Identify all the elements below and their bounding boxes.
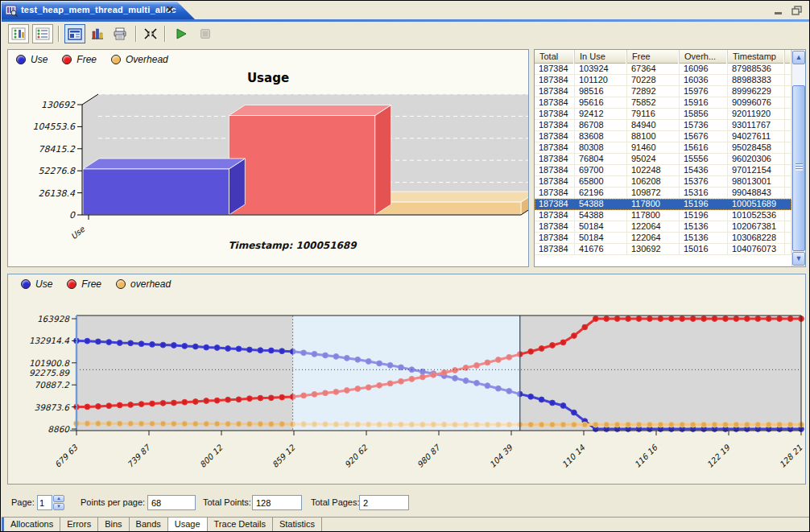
column-header[interactable]: In Use bbox=[575, 50, 627, 64]
column-header[interactable]: Timestamp bbox=[728, 50, 785, 64]
svg-text:110 14: 110 14 bbox=[560, 443, 587, 469]
line-chart[interactable]: 886039873.670887.2101900.8132914.4163928… bbox=[8, 274, 805, 485]
table-row[interactable]: 18738480308914601561695028458 bbox=[535, 142, 791, 154]
table-cell bbox=[785, 109, 791, 120]
minimize-icon[interactable] bbox=[772, 5, 786, 16]
vertical-scrollbar[interactable]: ▲ ▼ bbox=[791, 50, 805, 266]
tab-allocations[interactable]: Allocations bbox=[4, 518, 60, 532]
points-per-page-label: Points per page: bbox=[81, 497, 145, 507]
table-cell: 94027611 bbox=[728, 131, 785, 142]
column-header[interactable]: Free bbox=[627, 50, 680, 64]
list-view-button[interactable] bbox=[32, 24, 53, 43]
scroll-up-icon[interactable]: ▲ bbox=[792, 51, 805, 64]
fit-to-window-button[interactable] bbox=[140, 24, 161, 43]
spinner-up-icon[interactable]: ▲ bbox=[53, 495, 64, 502]
table-cell: 187384 bbox=[535, 131, 575, 142]
table-row[interactable]: 18738483608881001567694027611 bbox=[535, 131, 791, 142]
table-cell: 95028458 bbox=[728, 142, 785, 154]
table-cell: 92412 bbox=[575, 109, 627, 120]
page-input[interactable] bbox=[37, 495, 52, 510]
table-row[interactable]: 18738486708849401573693011767 bbox=[535, 120, 791, 131]
table-cell: 101120 bbox=[575, 75, 627, 86]
table-cell: 15736 bbox=[680, 120, 728, 131]
legend-label: Use bbox=[35, 278, 52, 290]
tab-errors[interactable]: Errors bbox=[60, 518, 98, 532]
column-header[interactable]: Total bbox=[535, 50, 575, 64]
table-cell: 54388 bbox=[575, 210, 627, 221]
table-cell bbox=[785, 176, 791, 188]
table-cell bbox=[785, 244, 791, 255]
table-row[interactable]: 18738498516728921597689996229 bbox=[535, 86, 791, 97]
restore-icon[interactable] bbox=[790, 5, 804, 16]
stop-button[interactable] bbox=[195, 24, 216, 43]
table-cell: 187384 bbox=[535, 109, 575, 120]
table-row[interactable]: 1873845018412206415136102067381 bbox=[535, 221, 791, 233]
spinner-down-icon[interactable]: ▼ bbox=[53, 503, 64, 510]
grid-view-button[interactable] bbox=[8, 24, 29, 43]
app-window: test_heap_mem_thread_multi_alloc ✕ bbox=[0, 0, 810, 532]
table-cell: 15016 bbox=[680, 244, 728, 255]
table-cell bbox=[785, 131, 791, 142]
table-cell bbox=[785, 86, 791, 97]
table-row[interactable]: 187384658001062081537698013001 bbox=[535, 176, 791, 188]
table-row[interactable]: 187384101120702281603688988383 bbox=[535, 75, 791, 86]
table-row[interactable]: 1873845018412206415136103068228 bbox=[535, 233, 791, 244]
table-row[interactable]: 187384103924673641609687988536 bbox=[535, 64, 791, 75]
table-cell: 187384 bbox=[535, 233, 575, 244]
table-row[interactable]: 1873844167613069215016104076073 bbox=[535, 244, 791, 255]
view-title: test_heap_mem_thread_multi_alloc bbox=[21, 5, 176, 14]
table-cell: 187384 bbox=[535, 188, 575, 199]
svg-text:92275.89: 92275.89 bbox=[29, 368, 70, 377]
svg-text:122 19: 122 19 bbox=[705, 442, 733, 469]
toolbar-separator bbox=[135, 26, 137, 42]
table-header: TotalIn UseFreeOverh...Timestamp bbox=[535, 50, 791, 64]
bar-chart-view-button[interactable] bbox=[87, 24, 108, 43]
table-cell: 41676 bbox=[575, 244, 627, 255]
table-cell bbox=[785, 142, 791, 154]
timestamp-annotation: Timestamp: 100051689 bbox=[56, 240, 528, 251]
table-body[interactable]: 1873841039246736416096879885361873841011… bbox=[535, 64, 791, 266]
print-button[interactable] bbox=[110, 24, 130, 43]
tab-statistics[interactable]: Statistics bbox=[273, 518, 322, 532]
view-tab[interactable]: test_heap_mem_thread_multi_alloc ✕ bbox=[2, 2, 195, 19]
column-header-filler[interactable] bbox=[785, 50, 791, 64]
column-header[interactable]: Overh... bbox=[680, 50, 728, 64]
table-row[interactable]: 18738492412791161585692011920 bbox=[535, 109, 791, 120]
table-cell bbox=[785, 199, 791, 210]
table-cell: 117800 bbox=[627, 210, 680, 221]
table-cell: 187384 bbox=[535, 120, 575, 131]
table-row[interactable]: 1873845438811780015196101052536 bbox=[535, 210, 791, 221]
table-row[interactable]: 1873845438811780015196100051689 bbox=[535, 199, 791, 210]
scrollbar-thumb[interactable] bbox=[792, 85, 805, 251]
table-row[interactable]: 18738476804950241555696020306 bbox=[535, 154, 791, 165]
table-row[interactable]: 18738495616758521591690996076 bbox=[535, 97, 791, 109]
table-cell: 187384 bbox=[535, 199, 575, 210]
table-row[interactable]: 187384697001022481543697012154 bbox=[535, 165, 791, 176]
title-bar: test_heap_mem_thread_multi_alloc ✕ bbox=[2, 2, 810, 19]
tab-trace-details[interactable]: Trace Details bbox=[208, 518, 273, 532]
scroll-down-icon[interactable]: ▼ bbox=[792, 252, 805, 266]
overview-icon bbox=[68, 28, 82, 40]
page-spinner[interactable]: ▲ ▼ bbox=[53, 495, 64, 510]
run-button[interactable] bbox=[171, 24, 192, 43]
table-cell: 15556 bbox=[680, 154, 728, 165]
tab-usage[interactable]: Usage bbox=[168, 518, 208, 532]
tab-bands[interactable]: Bands bbox=[130, 518, 168, 532]
overview-button[interactable] bbox=[64, 24, 85, 43]
table-cell: 97012154 bbox=[728, 165, 785, 176]
tab-bins[interactable]: Bins bbox=[98, 518, 129, 532]
close-icon[interactable]: ✕ bbox=[164, 4, 176, 15]
table-row[interactable]: 187384621961098721531699048843 bbox=[535, 188, 791, 199]
table-cell bbox=[785, 165, 791, 176]
total-points-label: Total Points: bbox=[203, 497, 251, 507]
table-cell: 15376 bbox=[680, 176, 728, 188]
table-cell bbox=[785, 64, 791, 75]
trace-app-icon bbox=[5, 4, 18, 17]
points-per-page-input[interactable] bbox=[147, 495, 196, 510]
usage-line-chart-panel: 886039873.670887.2101900.8132914.4163928… bbox=[7, 274, 806, 485]
legend-dot-icon bbox=[116, 279, 126, 289]
table-cell: 122064 bbox=[627, 221, 680, 233]
table-cell: 15136 bbox=[680, 233, 728, 244]
table-cell: 15196 bbox=[680, 199, 728, 210]
table-cell: 109872 bbox=[627, 188, 680, 199]
